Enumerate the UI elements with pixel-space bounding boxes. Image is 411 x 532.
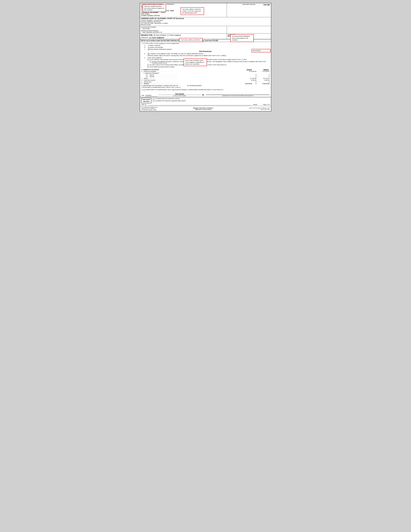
item-2c-label: c. — [141, 78, 144, 79]
clerks-judgment-checkbox[interactable] — [167, 34, 169, 36]
item-1b: b. by (name): Paul Sample — [144, 47, 270, 48]
parties-right — [227, 26, 271, 33]
item-2d: d. Costs (see reverse) · · · · · · · · ·… — [141, 79, 270, 81]
clerk-line: Clerk, by Deputy Page 1 of 3 — [141, 104, 270, 105]
item-2d-balance: $ 445.00 — [256, 79, 270, 81]
item-1d-checkbox[interactable] — [148, 53, 149, 55]
application-sub-label: (Application) — [141, 37, 148, 38]
balance-header: Balance — [264, 69, 269, 70]
item-2a-text: Demand of complaint · · · · · · · · · · … — [144, 71, 243, 72]
defendant-label: DEFENDANT/RESPONDENT: — [141, 30, 159, 31]
court-city-label: CITY AND ZIP CODE: — [141, 22, 154, 24]
item-2e-amount: $ — [243, 81, 256, 83]
item-1c-label: c. — [144, 48, 147, 50]
item-1e2-checkbox[interactable] — [147, 64, 149, 66]
testimony-text: (Testimony required. Apply to the clerk … — [147, 55, 270, 56]
item-2b2: (2) General · · · · · · · · · · · · · · … — [146, 76, 270, 77]
court-county: Sacramento — [176, 18, 184, 19]
item-1e1: (1) for restitution of the premises only… — [147, 59, 270, 61]
item-2b1-label: (1) — [146, 74, 149, 76]
print-name-value: Paul Sample — [158, 93, 201, 95]
item-1a-label: a. — [144, 45, 147, 46]
item-2f-amount: $ 18,757.66 — [239, 83, 252, 84]
item-1c-text: Enter default of defendant (names): — [150, 48, 172, 50]
court-use-items: (1) Default entered as requested on (dat… — [153, 98, 270, 103]
callout-court-info: Court name, address, and branch. — [179, 38, 202, 42]
item-2: 2. Judgment to be entered. Amount Balanc… — [141, 69, 270, 88]
item-2d-amount: $ 445.00 — [243, 79, 256, 81]
item-2b2-balance: $ — [256, 76, 270, 77]
item2-header: 2. Judgment to be entered. — [141, 69, 159, 70]
item-1e1b: Include in the judgment all tenants, sub… — [149, 61, 270, 64]
callout-case-number-info: Case Number — [252, 49, 271, 52]
item-3-checkbox[interactable] — [143, 89, 145, 91]
form-subtitle: (Application to Enter Default) — [193, 109, 213, 110]
item-2c-amount: $ 3,312.66 — [243, 78, 256, 79]
item-1e3-checkbox[interactable] — [147, 66, 149, 68]
item-2b1: (1) Special · · · · · · · · · · · · · · … — [146, 74, 270, 76]
court-street-value: 720 Ninth Street — [154, 19, 163, 21]
court-mailing-value: Ninth Street — [154, 21, 161, 22]
telephone-label: TELEPHONE NO.: — [141, 12, 150, 13]
court-use-item2: (2) Default NOT entered as requested (st… — [153, 100, 270, 102]
court-title: SUPERIOR COURT OF CALIFORNIA, COUNTY OF — [141, 18, 175, 19]
item-2f-label: f. — [141, 83, 144, 84]
court-use-item1-text: (1) Default entered as requested on (dat… — [155, 98, 180, 99]
footer-right: Code of Civil Procedure, §§ 585-587, 116… — [249, 107, 270, 110]
item-2e-balance: $ — [256, 81, 270, 83]
item-2b2-amount: $ — [243, 76, 256, 77]
item-2d-label: d. — [141, 79, 144, 81]
defendant-value: Peter Perpetrator and DOES 1-10 — [141, 31, 226, 33]
item-2b2-label: (2) — [146, 76, 149, 77]
item-2f-text: TOTALS · · · · · · · · · · · · · · · · ·… — [144, 83, 239, 84]
item-2a-label: a. — [141, 71, 144, 72]
court-judgment-label: Court Judgment — [152, 37, 164, 38]
item1-header: 1. TO THE CLERK: On the complaint or cro… — [141, 43, 270, 44]
request-label: REQUEST FOR — [141, 34, 152, 36]
bottom-footer: Form Adopted for Mandatory Use Judicial … — [140, 106, 271, 111]
court-branch-label: BRANCH NAME: — [141, 24, 151, 25]
item-1a-text: on (date): 1/20/2020 — [148, 45, 161, 46]
court-judgment-checkbox[interactable] — [149, 37, 151, 38]
item-3: 3. (Check if filed in an unlawful detain… — [141, 89, 270, 91]
item-2b1-balance: $ — [256, 74, 270, 76]
item-1e-text: Enter clerk's judgment — [148, 57, 162, 58]
item-1e1b-checkbox[interactable] — [149, 61, 151, 63]
item-1d: d. I request a court judgment under CCP … — [144, 53, 270, 55]
zip-value: 95826 — [170, 10, 174, 11]
arrow-pointer: ► — [202, 93, 205, 96]
deputy-label: Deputy — [253, 104, 257, 105]
plaintiff-label: PLAINTIFF/PETITIONER: — [141, 27, 156, 28]
item-1e1-checkbox[interactable] — [147, 59, 149, 61]
court-use-item2-text: (2) Default NOT entered as requested (st… — [155, 100, 186, 102]
date-area: Date: 5/23/2021 — [141, 95, 157, 96]
type-print-label: (TYPE OR PRINT NAME) — [158, 95, 201, 96]
item-1d-text: I request a court judgment under CCP 585… — [150, 53, 204, 54]
court-use-item1: (1) Default entered as requested on (dat… — [153, 98, 270, 100]
court-street-label: STREET ADDRESS: — [141, 19, 153, 21]
item-1e-label: e. — [144, 57, 147, 58]
form-title: REQUEST FOR ENTRY OF DEFAULT — [193, 107, 213, 109]
item-2e-text: Attorney fees · · · · · · · · · · · · · … — [144, 81, 243, 83]
court-use-checkbox1[interactable] — [153, 98, 154, 100]
clerk-label: Clerk, by — [141, 104, 146, 105]
signature-area: Date: 5/23/2021 Paul Sample (TYPE OR PRI… — [141, 92, 270, 96]
page-indicator: Page 1 of 3 — [263, 104, 270, 105]
entry-default-label: Entry of Default — [156, 34, 166, 36]
email-label: E-MAIL ADDRESS: — [141, 13, 150, 14]
entry-default-checkbox[interactable] — [154, 34, 155, 36]
clerks-judgment-label: Clerk's Judgment — [170, 34, 181, 36]
fax-label: FAX NO.: — [161, 12, 166, 13]
item-2-footnote: (* Personal injury or wrongful death act… — [141, 86, 270, 88]
sig-label: (SIGNATURE OF PLAINTIFF OR ATTORNEY FOR … — [206, 95, 270, 96]
date-value: 5/23/2021 — [146, 95, 157, 96]
court-name-section: SUPERIOR COURT OF CALIFORNIA, COUNTY OF … — [140, 17, 271, 26]
item-2g: g. Daily damages were demanded in compla… — [141, 85, 270, 86]
item-2b2-text: General · · · · · · · · · · · · · · · · … — [149, 76, 243, 77]
court-use-checkbox2[interactable] — [153, 100, 154, 102]
court-use-footer: FOR COURTUSE ONLY (1) Default entered as… — [140, 97, 271, 106]
court-use-only-label: FOR COURTUSE ONLY — [141, 98, 151, 103]
item-1c-checkbox[interactable] — [148, 48, 149, 50]
item-2f: f. TOTALS · · · · · · · · · · · · · · · … — [141, 83, 270, 84]
item-2b1-text: Special · · · · · · · · · · · · · · · · … — [149, 74, 243, 76]
